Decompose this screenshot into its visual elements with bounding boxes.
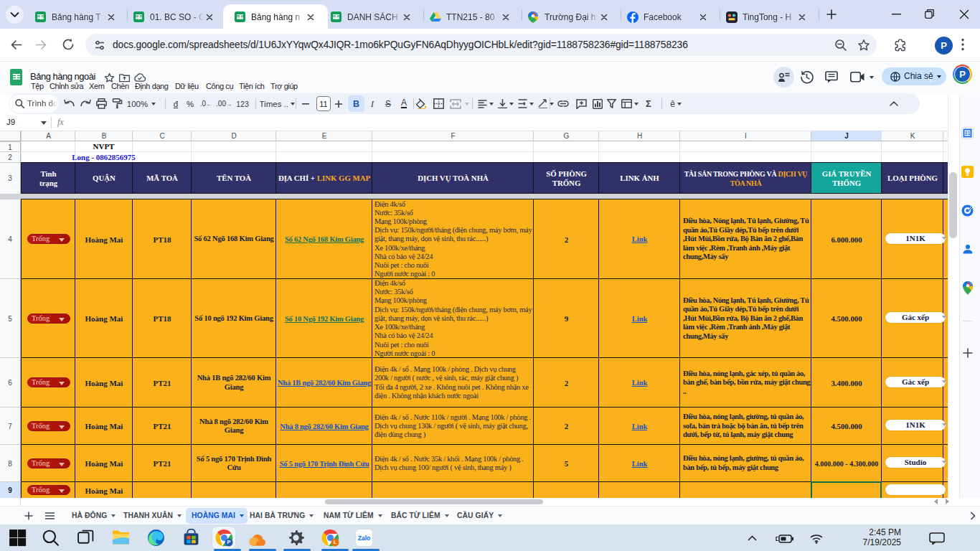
svg-text:Zalo: Zalo	[358, 534, 370, 542]
svg-text:P: P	[227, 539, 230, 545]
svg-text:L: L	[334, 539, 337, 545]
svg-text:31: 31	[965, 131, 971, 136]
